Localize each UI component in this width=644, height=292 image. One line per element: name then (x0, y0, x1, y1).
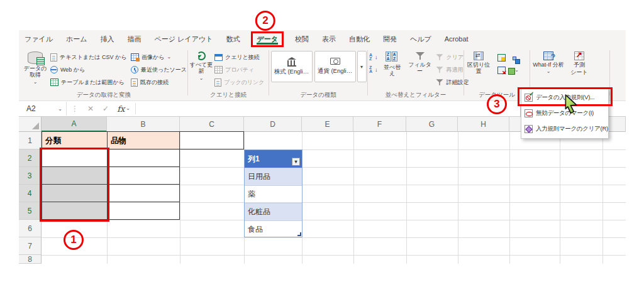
from-text-csv-button[interactable]: テキストまたは CSV から (50, 52, 131, 62)
cancel-icon[interactable]: ✕ (83, 104, 98, 113)
down-arrow-icon: ↓ (375, 67, 378, 73)
consolidate-icon (513, 57, 516, 60)
group-label-get-transform: データの取得と変換 (20, 91, 187, 100)
text-to-columns-label: 区切り位置 (465, 62, 492, 75)
name-box[interactable]: A2 ⌄ (21, 102, 67, 116)
tab-review[interactable]: 校閲 (293, 33, 311, 45)
group-queries-connections: すべて更新 ⌄ クエリと接続 プロパティ (188, 48, 269, 100)
tab-insert[interactable]: 挿入 (99, 33, 116, 45)
text-file-icon (50, 53, 57, 62)
cell-a1[interactable]: 分類 (42, 132, 107, 149)
table-row[interactable]: 薬 (245, 185, 302, 203)
text-to-columns-button[interactable]: 区切り位置 (464, 50, 493, 77)
insert-function-icon[interactable]: fx (113, 104, 126, 114)
sort-label: 並べ替え (381, 64, 404, 77)
recent-sources-button[interactable]: 最近使ったソース (131, 65, 185, 75)
text-to-columns-icon (474, 51, 484, 60)
what-if-analysis-button[interactable]: What-If 分析 ⌄ (530, 50, 567, 76)
from-picture-button[interactable]: 画像から ⌄ (131, 52, 185, 62)
sort-ascending-button[interactable]: AZ ↓ (369, 52, 378, 62)
filter-arrow-icon: ▾ (294, 159, 297, 165)
tab-automate[interactable]: 自動化 (347, 33, 372, 45)
table-row[interactable]: 食品 (245, 220, 302, 238)
filter-dropdown-button[interactable]: ▾ (292, 158, 300, 166)
reapply-button[interactable]: 再適用 (435, 65, 464, 75)
refresh-all-button[interactable]: すべて更新 ⌄ (188, 50, 214, 83)
column-header-b[interactable]: B (107, 117, 180, 132)
sort-za-icon2: A (369, 70, 372, 73)
tab-home[interactable]: ホーム (64, 33, 89, 45)
forecast-sheet-button[interactable]: 予測 シート (567, 50, 592, 78)
table-row[interactable]: 日用品 (245, 168, 302, 185)
stocks-label: 株式 (Engli… (274, 68, 309, 76)
gridline (42, 220, 626, 220)
funnel-icon (416, 51, 425, 60)
clear-funnel-icon (436, 53, 443, 60)
picture-icon (131, 53, 139, 61)
column-header-g[interactable]: G (406, 117, 458, 132)
gridline (509, 132, 510, 264)
row-header-6[interactable]: 6 (19, 220, 42, 237)
column-header-c[interactable]: C (180, 117, 244, 132)
column-header-a[interactable]: A (42, 117, 107, 132)
clear-filter-button[interactable]: クリア (435, 52, 464, 62)
row-header-1[interactable]: 1 (19, 132, 42, 149)
row-header-3[interactable]: 3 (19, 167, 42, 185)
get-data-button[interactable]: データの取得 ⌄ (20, 50, 50, 87)
tab-developer[interactable]: 開発 (381, 33, 399, 45)
tab-page-layout[interactable]: ページ レイアウト (153, 33, 215, 45)
workbook-links-button[interactable]: ブックのリンク (214, 77, 264, 87)
tab-view[interactable]: 表示 (320, 33, 338, 45)
sort-descending-button[interactable]: ZA ↓ (369, 65, 378, 75)
row-header-2[interactable]: 2 (19, 149, 42, 167)
tab-file[interactable]: ファイル (23, 33, 55, 45)
reapply-funnel-icon (436, 66, 443, 73)
from-table-range-button[interactable]: テーブルまたは範囲から (50, 77, 131, 87)
from-web-button[interactable]: Web から (50, 65, 131, 75)
tab-acrobat[interactable]: Acrobat (443, 34, 470, 44)
sort-button[interactable]: Z AA Z 並べ替え (380, 50, 405, 79)
cell-b1[interactable]: 品物 (107, 132, 180, 149)
column-header-h[interactable]: H (458, 117, 509, 132)
tab-data[interactable]: データ 2 (251, 31, 284, 47)
table-header-label: 列1 (248, 154, 260, 165)
properties-button[interactable]: プロパティ (214, 65, 264, 75)
queries-connections-button[interactable]: クエリと接続 (214, 52, 264, 62)
tab-formulas[interactable]: 数式 (224, 33, 242, 45)
reapply-label: 再適用 (447, 66, 464, 74)
consolidate-button[interactable] (508, 52, 519, 63)
filter-button[interactable]: フィルター (407, 50, 433, 77)
relationships-button[interactable]: ⌄ (508, 65, 519, 76)
table-row[interactable]: 化粧品 (245, 203, 302, 220)
flash-fill-button[interactable] (496, 52, 507, 63)
data-types-gallery-more-button[interactable]: ▾ (357, 51, 367, 82)
remove-duplicates-button[interactable] (496, 65, 507, 76)
row-header-5[interactable]: 5 (19, 202, 42, 220)
refresh-icon (197, 51, 206, 60)
chevron-down-icon: ⌄ (199, 76, 204, 81)
worksheet-grid[interactable]: A B C D E F G H I J 1 2 3 4 5 6 7 8 (19, 117, 626, 264)
table-header-cell[interactable]: 列1 ▾ (245, 150, 302, 168)
stocks-data-type-tile[interactable]: 株式 (Engli… (271, 51, 313, 82)
currency-data-type-tile[interactable]: 通貨 (Engli… (314, 51, 356, 82)
gridline (406, 132, 407, 264)
menu-item-clear-validation-circles[interactable]: 入力規則マークのクリア(R) (521, 121, 608, 137)
table-resize-handle[interactable] (297, 232, 301, 236)
advanced-filter-button[interactable]: 詳細設定 (435, 77, 464, 87)
row-header-7[interactable]: 7 (19, 237, 42, 255)
column-header-f[interactable]: F (353, 117, 406, 132)
drag-handle-icon[interactable]: ⋮ (67, 104, 83, 113)
row-header-4[interactable]: 4 (19, 185, 42, 202)
banknote-icon (330, 58, 340, 65)
column-header-e[interactable]: E (302, 117, 353, 132)
row-header-8[interactable]: 8 (19, 255, 42, 264)
existing-connections-button[interactable]: 既存の接続 (131, 77, 185, 87)
clear-filter-label: クリア (447, 53, 464, 62)
column-header-d[interactable]: D (244, 117, 302, 132)
select-all-corner[interactable] (19, 117, 42, 132)
chevron-down-icon: ⌄ (167, 55, 171, 60)
tab-help[interactable]: ヘルプ (408, 33, 433, 45)
chevron-down-icon: ⌄ (33, 80, 38, 85)
tab-draw[interactable]: 描画 (126, 33, 143, 45)
enter-icon[interactable]: ✓ (98, 104, 113, 113)
